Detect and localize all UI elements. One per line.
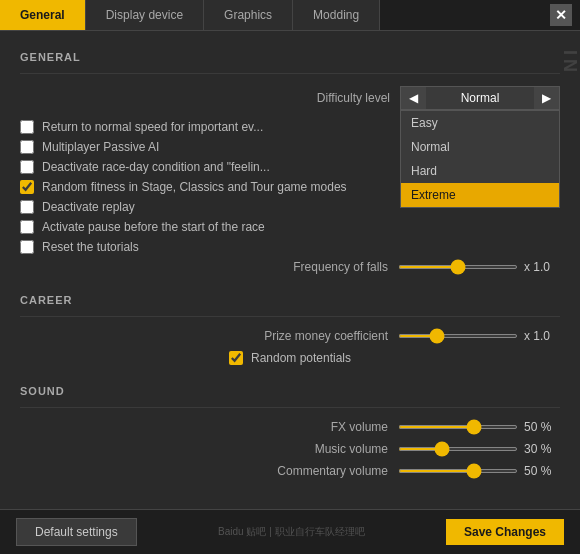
checkbox-normal-speed-label: Return to normal speed for important ev.… <box>42 120 263 134</box>
prize-money-slider[interactable] <box>398 334 518 338</box>
difficulty-value: Normal <box>426 87 534 109</box>
difficulty-row: Difficulty level ◀ Normal ▶ Easy Normal … <box>20 86 560 110</box>
sound-section: SOUND FX volume 50 % Music volume 30 % C… <box>20 385 560 478</box>
difficulty-dropdown: Easy Normal Hard Extreme <box>400 110 560 208</box>
commentary-volume-row: Commentary volume 50 % <box>20 464 560 478</box>
checkbox-activate-pause-input[interactable] <box>20 220 34 234</box>
difficulty-option-normal[interactable]: Normal <box>401 135 559 159</box>
checkbox-random-fitness-input[interactable] <box>20 180 34 194</box>
commentary-volume-value: 50 % <box>524 464 560 478</box>
content-area: GENERAL Difficulty level ◀ Normal ▶ Easy… <box>0 31 580 509</box>
random-potentials-input[interactable] <box>229 351 243 365</box>
tab-bar: General Display device Graphics Modding … <box>0 0 580 31</box>
random-potentials-row: Random potentials <box>20 351 560 365</box>
tab-graphics[interactable]: Graphics <box>204 0 293 30</box>
default-settings-button[interactable]: Default settings <box>16 518 137 546</box>
difficulty-selector-wrapper: ◀ Normal ▶ Easy Normal Hard Extreme <box>400 86 560 110</box>
frequency-falls-slider[interactable] <box>398 265 518 269</box>
checkbox-reset-tutorials-label: Reset the tutorials <box>42 240 139 254</box>
fx-volume-row: FX volume 50 % <box>20 420 560 434</box>
general-header: GENERAL <box>20 51 560 63</box>
checkbox-activate-pause-label: Activate pause before the start of the r… <box>42 220 265 234</box>
frequency-falls-value: x 1.0 <box>524 260 560 274</box>
career-header: CAREER <box>20 294 560 306</box>
sound-header: SOUND <box>20 385 560 397</box>
checkbox-multiplayer-ai-label: Multiplayer Passive AI <box>42 140 159 154</box>
music-volume-value: 30 % <box>524 442 560 456</box>
frequency-falls-label: Frequency of falls <box>293 260 388 274</box>
commentary-volume-slider[interactable] <box>398 469 518 473</box>
random-potentials-label: Random potentials <box>251 351 351 365</box>
career-section: CAREER Prize money coefficient x 1.0 Ran… <box>20 294 560 365</box>
fx-volume-label: FX volume <box>331 420 388 434</box>
difficulty-prev-arrow[interactable]: ◀ <box>401 87 426 109</box>
difficulty-label: Difficulty level <box>317 91 390 105</box>
checkbox-deactivate-replay-label: Deactivate replay <box>42 200 135 214</box>
difficulty-option-easy[interactable]: Easy <box>401 111 559 135</box>
checkbox-activate-pause: Activate pause before the start of the r… <box>20 220 560 234</box>
close-button[interactable]: ✕ <box>550 4 572 26</box>
fx-volume-value: 50 % <box>524 420 560 434</box>
general-section: GENERAL Difficulty level ◀ Normal ▶ Easy… <box>20 51 560 274</box>
commentary-volume-label: Commentary volume <box>277 464 388 478</box>
checkbox-deactivate-replay-input[interactable] <box>20 200 34 214</box>
checkbox-random-fitness-label: Random fitness in Stage, Classics and To… <box>42 180 347 194</box>
checkbox-reset-tutorials-input[interactable] <box>20 240 34 254</box>
difficulty-option-hard[interactable]: Hard <box>401 159 559 183</box>
music-volume-label: Music volume <box>315 442 388 456</box>
checkbox-reset-tutorials: Reset the tutorials <box>20 240 560 254</box>
difficulty-option-extreme[interactable]: Extreme <box>401 183 559 207</box>
tab-modding[interactable]: Modding <box>293 0 380 30</box>
save-changes-button[interactable]: Save Changes <box>446 519 564 545</box>
settings-window: General Display device Graphics Modding … <box>0 0 580 554</box>
checkbox-deactivate-condition-input[interactable] <box>20 160 34 174</box>
music-volume-slider[interactable] <box>398 447 518 451</box>
frequency-falls-row: Frequency of falls x 1.0 <box>20 260 560 274</box>
difficulty-next-arrow[interactable]: ▶ <box>534 87 559 109</box>
prize-money-row: Prize money coefficient x 1.0 <box>20 329 560 343</box>
prize-money-label: Prize money coefficient <box>264 329 388 343</box>
tab-display-device[interactable]: Display device <box>86 0 204 30</box>
music-volume-row: Music volume 30 % <box>20 442 560 456</box>
difficulty-selector[interactable]: ◀ Normal ▶ <box>400 86 560 110</box>
checkbox-normal-speed-input[interactable] <box>20 120 34 134</box>
checkbox-deactivate-condition-label: Deactivate race-day condition and "feeli… <box>42 160 270 174</box>
tab-general[interactable]: General <box>0 0 86 30</box>
bottom-bar: Default settings Baidu 贴吧 | 职业自行车队经理吧 Sa… <box>0 509 580 554</box>
checkbox-multiplayer-ai-input[interactable] <box>20 140 34 154</box>
prize-money-value: x 1.0 <box>524 329 560 343</box>
watermark-bottom: Baidu 贴吧 | 职业自行车队经理吧 <box>218 525 365 539</box>
fx-volume-slider[interactable] <box>398 425 518 429</box>
